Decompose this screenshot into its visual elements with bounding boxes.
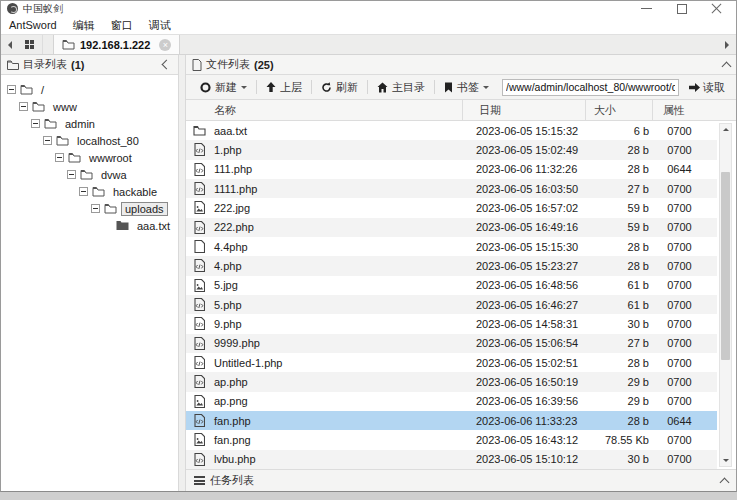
home-directory-button[interactable]: 主目录 xyxy=(368,75,434,99)
grid-icon xyxy=(25,40,34,49)
table-row[interactable]: 1.php 2023-06-05 15:02:49 28 b 0700 xyxy=(186,140,717,159)
bookmark-button[interactable]: 书签 xyxy=(435,75,498,99)
file-permission: 0700 xyxy=(652,241,717,253)
title-bar: 中国蚁剑 xyxy=(1,1,736,16)
file-type-icon xyxy=(186,201,212,214)
tree-node[interactable]: admin xyxy=(1,115,178,132)
table-row[interactable]: 1111.php 2023-06-05 16:03:50 27 b 0700 xyxy=(186,179,717,198)
menu-item[interactable]: 调试 xyxy=(149,18,171,33)
minimize-button[interactable] xyxy=(641,3,652,14)
path-input[interactable] xyxy=(502,79,679,96)
menu-item[interactable]: AntSword xyxy=(9,19,57,31)
tree-node[interactable]: uploads xyxy=(1,200,178,217)
column-header-perm[interactable]: 属性 xyxy=(652,100,717,120)
file-name: Untitled-1.php xyxy=(212,357,462,369)
file-count-badge: (25) xyxy=(254,59,274,71)
expand-task-list-icon[interactable] xyxy=(720,477,730,487)
shell-tab[interactable]: 192.168.1.222 × xyxy=(53,35,180,54)
up-directory-button[interactable]: 上层 xyxy=(257,75,311,99)
tree-node[interactable]: dvwa xyxy=(1,166,178,183)
file-size: 28 b xyxy=(585,415,652,427)
tree-collapse-icon[interactable] xyxy=(31,119,40,128)
tab-scroll-right-button[interactable] xyxy=(720,35,736,54)
tab-close-icon[interactable]: × xyxy=(159,39,171,51)
tree-node[interactable]: aaa.txt xyxy=(1,217,178,234)
folder-icon xyxy=(44,118,57,129)
tree-collapse-icon[interactable] xyxy=(67,170,76,179)
close-button[interactable] xyxy=(711,3,722,14)
file-name: 5.php xyxy=(212,299,462,311)
folder-icon xyxy=(68,152,81,163)
table-row[interactable]: ap.png 2023-06-05 16:39:56 29 b 0700 xyxy=(186,392,717,411)
table-row[interactable]: 9999.php 2023-06-05 15:06:54 27 b 0700 xyxy=(186,334,717,353)
table-row[interactable]: 4.php 2023-06-05 15:23:27 28 b 0700 xyxy=(186,256,717,275)
table-row[interactable]: 5.php 2023-06-05 16:46:27 61 b 0700 xyxy=(186,295,717,314)
table-row[interactable]: 111.php 2023-06-06 11:32:26 28 b 0644 xyxy=(186,160,717,179)
table-row[interactable]: fan.php 2023-06-06 11:33:23 28 b 0644 xyxy=(186,411,717,430)
directory-panel-title: 目录列表 xyxy=(23,57,67,72)
directory-count-badge: (1) xyxy=(71,59,84,71)
column-header-date[interactable]: 日期 xyxy=(462,100,585,120)
tree-node-label: uploads xyxy=(121,202,168,216)
maximize-button[interactable] xyxy=(676,3,687,14)
tree-node[interactable]: / xyxy=(1,81,178,98)
file-type-icon xyxy=(186,221,212,234)
scroll-up-icon[interactable] xyxy=(720,124,731,135)
file-permission: 0700 xyxy=(652,453,717,465)
file-name: 1111.php xyxy=(212,183,462,195)
task-list-bar[interactable]: 任务列表 xyxy=(186,469,736,491)
tree-collapse-icon[interactable] xyxy=(43,136,52,145)
scroll-down-icon[interactable] xyxy=(720,455,731,466)
file-permission: 0700 xyxy=(652,434,717,446)
table-row[interactable]: 4.4php 2023-06-05 15:15:30 28 b 0700 xyxy=(186,237,717,256)
folder-icon xyxy=(7,60,19,70)
file-permission: 0700 xyxy=(652,279,717,291)
column-header-name[interactable]: 名称 xyxy=(186,100,462,120)
collapse-sidebar-icon[interactable] xyxy=(162,60,172,70)
file-date: 2023-06-05 14:58:31 xyxy=(462,318,585,330)
table-row[interactable]: fan.png 2023-06-05 16:43:12 78.55 Kb 070… xyxy=(186,430,717,449)
table-row[interactable]: ap.php 2023-06-05 16:50:19 29 b 0700 xyxy=(186,372,717,391)
file-table-header: 名称 日期 大小 属性 xyxy=(186,100,736,121)
vertical-scrollbar[interactable] xyxy=(719,123,732,467)
tree-node[interactable]: wwwroot xyxy=(1,149,178,166)
file-date: 2023-06-05 16:50:19 xyxy=(462,376,585,388)
table-row[interactable]: Untitled-1.php 2023-06-05 15:02:51 28 b … xyxy=(186,353,717,372)
file-name: ap.php xyxy=(212,376,462,388)
file-panel-title: 文件列表 xyxy=(206,57,250,72)
tree-collapse-icon[interactable] xyxy=(55,153,64,162)
tree-collapse-icon[interactable] xyxy=(19,102,28,111)
refresh-button[interactable]: 刷新 xyxy=(312,75,367,99)
new-button[interactable]: 新建 xyxy=(191,75,256,99)
panel-splitter[interactable] xyxy=(179,55,186,491)
tree-node-label: / xyxy=(37,83,48,97)
tab-overview-button[interactable] xyxy=(17,35,43,54)
column-header-size[interactable]: 大小 xyxy=(585,100,652,120)
file-type-icon xyxy=(186,279,212,292)
file-size: 28 b xyxy=(585,163,652,175)
tab-scroll-left-button[interactable] xyxy=(1,35,17,54)
file-size: 6 b xyxy=(585,125,652,137)
menu-item[interactable]: 编辑 xyxy=(73,18,95,33)
file-date: 2023-06-05 15:15:30 xyxy=(462,241,585,253)
directory-panel: 目录列表 (1) / xyxy=(1,55,179,491)
file-type-icon xyxy=(186,356,212,369)
tree-collapse-icon[interactable] xyxy=(7,85,16,94)
table-row[interactable]: 222.jpg 2023-06-05 16:57:02 59 b 0700 xyxy=(186,198,717,217)
scrollbar-thumb[interactable] xyxy=(721,172,730,360)
table-row[interactable]: 5.jpg 2023-06-05 16:48:56 61 b 0700 xyxy=(186,276,717,295)
refresh-icon xyxy=(321,82,332,93)
table-row[interactable]: aaa.txt 2023-06-05 15:15:32 6 b 0700 xyxy=(186,121,717,140)
table-row[interactable]: 9.php 2023-06-05 14:58:31 30 b 0700 xyxy=(186,314,717,333)
table-row[interactable]: 222.php 2023-06-05 16:49:16 59 b 0700 xyxy=(186,218,717,237)
menu-item[interactable]: 窗口 xyxy=(111,18,133,33)
collapse-file-panel-icon[interactable] xyxy=(722,61,732,71)
read-button[interactable]: 读取 xyxy=(683,80,731,95)
tree-node[interactable]: www xyxy=(1,98,178,115)
tree-collapse-icon[interactable] xyxy=(79,187,88,196)
file-size: 61 b xyxy=(585,279,652,291)
tree-collapse-icon[interactable] xyxy=(91,204,100,213)
table-row[interactable]: lvbu.php 2023-06-05 15:10:12 30 b 0700 xyxy=(186,450,717,469)
tree-node[interactable]: hackable xyxy=(1,183,178,200)
tree-node[interactable]: localhost_80 xyxy=(1,132,178,149)
